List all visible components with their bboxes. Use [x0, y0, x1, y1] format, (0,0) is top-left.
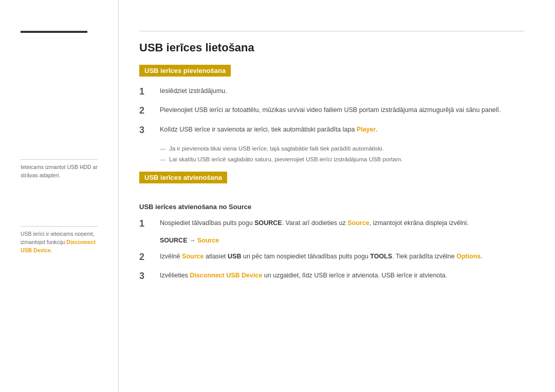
- step-2-3-text: Izvēlieties Disconnect USB Device un uzg…: [160, 270, 524, 281]
- section1-heading: USB ierīces pievienošana: [139, 65, 231, 77]
- page-title: USB ierīces lietošana: [139, 41, 524, 54]
- section2-heading: USB ierīces atvienošana: [139, 172, 227, 183]
- sidebar-note-1: Ieteicams izmantot USB HDD ar strāvas ad…: [21, 163, 100, 180]
- sidebar-note-2: USB ierīci ir ieteicams noņemt, izmantoj…: [21, 230, 100, 254]
- disconnect-usb-link: Disconnect USB Device: [190, 272, 262, 279]
- step-2-1: 1 Nospiediet tālvadības pults pogu SOURC…: [139, 218, 524, 230]
- section2-list: 1 Nospiediet tālvadības pults pogu SOURC…: [139, 218, 524, 283]
- note-1-1: ― Ja ir pievienota tikai viena USB ierīc…: [160, 144, 524, 153]
- source-link-1: Source: [347, 219, 369, 227]
- note-1-2: ― Lai skatītu USB ierīcē saglabāto satur…: [160, 155, 524, 164]
- top-divider: [139, 31, 524, 31]
- sidebar-divider-1: [21, 159, 98, 160]
- step-1-1: 1 Ieslēdziet izstrādājumu.: [139, 86, 524, 98]
- sidebar-top-bar: [21, 31, 87, 33]
- sidebar-divider-2: [21, 226, 98, 227]
- source-arrow: SOURCE → Source: [160, 237, 524, 244]
- step-1-1-text: Ieslēdziet izstrādājumu.: [160, 86, 524, 96]
- step-2-2-text: Izvēlnē Source atlasiet USB un pēc tam n…: [160, 251, 524, 262]
- source-link-2: Source: [182, 253, 203, 260]
- step-1-2-text: Pievienojiet USB ierīci ar fotoattēlu, m…: [160, 105, 524, 115]
- step-2-3: 3 Izvēlieties Disconnect USB Device un u…: [139, 270, 524, 282]
- step-1-3: 3 Kolīdz USB ierīce ir savienota ar ierī…: [139, 124, 524, 136]
- sidebar: Ieteicams izmantot USB HDD ar strāvas ad…: [0, 0, 118, 392]
- subsection-title: USB ierīces atvienošana no Source: [139, 203, 524, 211]
- main-content: USB ierīces lietošana USB ierīces pievie…: [118, 0, 555, 392]
- step-1-2: 2 Pievienojiet USB ierīci ar fotoattēlu,…: [139, 105, 524, 117]
- section1-list: 1 Ieslēdziet izstrādājumu. 2 Pievienojie…: [139, 86, 524, 136]
- page-container: Ieteicams izmantot USB HDD ar strāvas ad…: [0, 0, 555, 392]
- step-1-3-text: Kolīdz USB ierīce ir savienota ar ierīci…: [160, 124, 524, 135]
- options-link: Options: [456, 253, 480, 260]
- player-link: Player: [357, 126, 376, 133]
- step-2-1-text: Nospiediet tālvadības pults pogu SOURCE.…: [160, 218, 524, 228]
- step-2-2: 2 Izvēlnē Source atlasiet USB un pēc tam…: [139, 251, 524, 263]
- section1-notes: ― Ja ir pievienota tikai viena USB ierīc…: [160, 144, 524, 164]
